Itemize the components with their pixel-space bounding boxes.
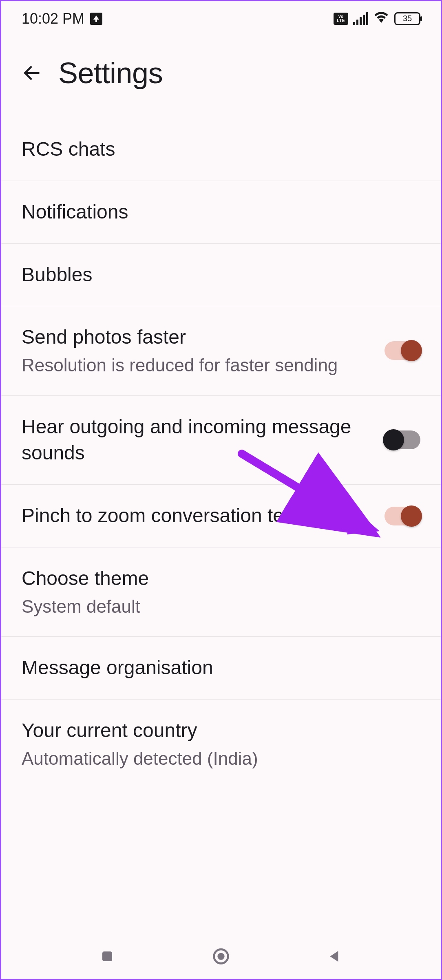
setting-title: Hear outgoing and incoming message sound… — [22, 414, 372, 467]
svg-point-6 — [217, 953, 224, 960]
clock-time: 10:02 PM — [22, 10, 84, 27]
app-header: Settings — [1, 36, 441, 118]
signal-icon — [353, 12, 368, 25]
volte-icon: VoLTE — [334, 13, 348, 25]
setting-rcs-chats[interactable]: RCS chats — [1, 118, 441, 181]
setting-message-organisation[interactable]: Message organisation — [1, 637, 441, 700]
settings-list: RCS chats Notifications Bubbles Send pho… — [1, 118, 441, 775]
status-right: VoLTE 35 — [334, 9, 420, 29]
back-button[interactable] — [22, 63, 42, 83]
toggle-message-sounds[interactable] — [385, 430, 420, 449]
setting-choose-theme[interactable]: Choose theme System default — [1, 547, 441, 637]
setting-message-sounds[interactable]: Hear outgoing and incoming message sound… — [1, 396, 441, 485]
setting-title: Send photos faster — [22, 324, 372, 351]
setting-title: Your current country — [22, 717, 408, 744]
setting-title: Message organisation — [22, 655, 408, 681]
setting-notifications[interactable]: Notifications — [1, 181, 441, 244]
setting-title: Choose theme — [22, 565, 408, 592]
toggle-send-photos[interactable] — [385, 341, 420, 360]
svg-rect-4 — [102, 951, 112, 961]
navigation-bar — [1, 934, 441, 979]
setting-title: Notifications — [22, 199, 408, 225]
page-title: Settings — [58, 56, 163, 90]
battery-level: 35 — [403, 14, 412, 23]
nav-back-button[interactable] — [323, 945, 346, 968]
setting-bubbles[interactable]: Bubbles — [1, 244, 441, 307]
nav-home-button[interactable] — [210, 945, 232, 968]
nav-recent-button[interactable] — [96, 945, 119, 968]
setting-title: Pinch to zoom conversation text — [22, 503, 372, 529]
setting-pinch-zoom[interactable]: Pinch to zoom conversation text — [1, 485, 441, 547]
setting-subtitle: Automatically detected (India) — [22, 746, 408, 770]
upload-icon — [90, 13, 102, 25]
setting-subtitle: System default — [22, 594, 408, 618]
status-left: 10:02 PM — [22, 10, 102, 27]
fade-overlay — [1, 909, 441, 934]
setting-send-photos-faster[interactable]: Send photos faster Resolution is reduced… — [1, 306, 441, 395]
toggle-pinch-zoom[interactable] — [385, 507, 420, 525]
wifi-icon — [373, 9, 389, 29]
setting-title: Bubbles — [22, 262, 408, 288]
battery-icon: 35 — [394, 12, 420, 25]
setting-current-country[interactable]: Your current country Automatically detec… — [1, 700, 441, 775]
setting-subtitle: Resolution is reduced for faster sending — [22, 353, 372, 377]
svg-marker-7 — [330, 951, 338, 962]
setting-title: RCS chats — [22, 136, 408, 163]
status-bar: 10:02 PM VoLTE 35 — [1, 1, 441, 36]
